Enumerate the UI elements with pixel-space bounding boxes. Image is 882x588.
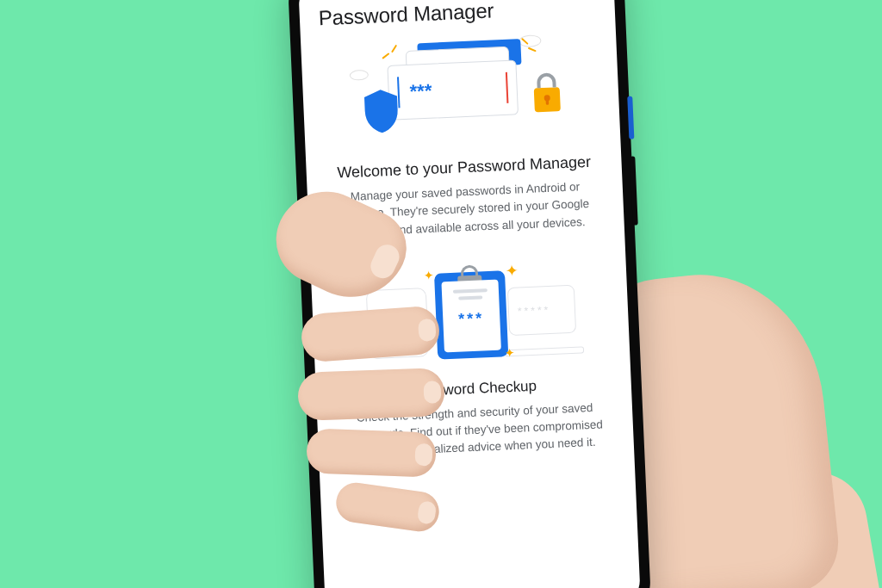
sparkle-icon: ✦ <box>424 269 435 283</box>
masked-password: *** <box>409 82 432 102</box>
checkup-heading: Password Checkup <box>335 374 613 404</box>
password-card-icon: *** <box>387 59 519 120</box>
clipboard-masked-password: *** <box>458 309 485 328</box>
sparkle-icon: ✦ <box>505 346 516 361</box>
checkup-illustration: ***** *** ✦ ✦ ✦ <box>356 250 584 371</box>
page-title: Password Manager <box>318 0 596 30</box>
phone-screen[interactable]: Password Manager *** <box>298 0 641 588</box>
shield-icon <box>361 87 402 135</box>
checkup-description: Check the strength and security of your … <box>336 399 615 463</box>
volume-button <box>630 156 637 225</box>
svg-rect-3 <box>394 320 401 326</box>
padlock-icon <box>529 70 565 116</box>
tablet-outline-icon <box>366 288 429 359</box>
shield-lock-icon <box>387 310 408 335</box>
sparkle-icon: ✦ <box>505 261 519 281</box>
svg-rect-2 <box>546 99 550 105</box>
welcome-illustration: *** <box>346 32 575 153</box>
welcome-heading: Welcome to your Password Manager <box>325 152 603 183</box>
clipboard-icon: *** <box>434 270 508 359</box>
welcome-description: Manage your saved passwords in Android o… <box>326 177 606 242</box>
power-button <box>627 96 634 139</box>
laptop-outline-icon: ***** <box>507 284 576 335</box>
phone-frame: Password Manager *** <box>288 0 652 588</box>
